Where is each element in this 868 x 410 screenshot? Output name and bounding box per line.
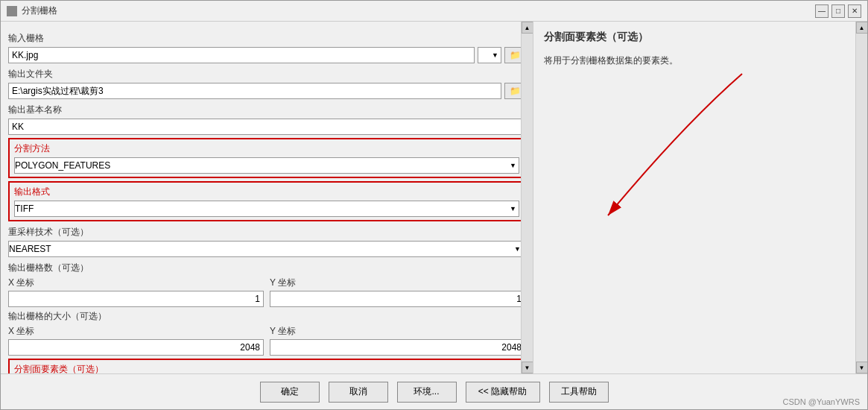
- tile-size-y-label: Y 坐标: [270, 325, 525, 338]
- folder-icon-2: 📁: [510, 86, 521, 96]
- resample-select[interactable]: NEAREST BILINEAR CUBIC: [8, 241, 522, 257]
- right-panel-inner: 分割面要素类（可选） 将用于分割栅格数据集的要素类。: [533, 22, 855, 373]
- output-folder-field[interactable]: [8, 83, 501, 99]
- split-method-select[interactable]: POLYGON_FEATURES NUMBER_OF_TILES SIZE_OF…: [14, 157, 519, 174]
- right-panel: 分割面要素类（可选） 将用于分割栅格数据集的要素类。 ▲ ▼: [533, 22, 867, 373]
- tile-count-row: X 坐标 Y 坐标: [8, 277, 525, 307]
- tile-size-x-col: X 坐标: [8, 325, 264, 356]
- tile-count-y-field[interactable]: [270, 291, 525, 307]
- title-controls: — □ ✕: [815, 4, 861, 18]
- confirm-button[interactable]: 确定: [260, 382, 320, 403]
- output-folder-row: 📁: [8, 83, 525, 99]
- minimize-button[interactable]: —: [815, 4, 829, 18]
- tool-help-button[interactable]: 工具帮助: [549, 382, 609, 403]
- close-button[interactable]: ✕: [848, 4, 861, 18]
- tile-size-y-field[interactable]: [270, 339, 525, 356]
- output-format-label: 输出格式: [14, 186, 519, 198]
- split-features-section: 分割面要素类（可选） 裁剪面 📁: [8, 359, 525, 373]
- tile-size-x-field[interactable]: [8, 339, 264, 356]
- tile-count-y-label: Y 坐标: [270, 277, 525, 289]
- right-panel-title: 分割面要素类（可选）: [544, 31, 845, 44]
- folder-icon: 📁: [510, 50, 521, 60]
- title-bar: 分割栅格 — □ ✕: [1, 1, 867, 22]
- tile-count-y-col: Y 坐标: [270, 277, 525, 307]
- output-base-row: [8, 119, 525, 135]
- input-raster-label: 输入栅格: [8, 32, 525, 45]
- tile-count-x-label: X 坐标: [8, 277, 264, 289]
- cancel-button[interactable]: 取消: [329, 382, 388, 403]
- right-scroll-up[interactable]: ▲: [856, 22, 868, 34]
- resample-wrapper: NEAREST BILINEAR CUBIC: [8, 241, 524, 257]
- output-format-select[interactable]: TIFF GRID BMP: [14, 201, 519, 217]
- scroll-up-arrow[interactable]: ▲: [522, 22, 533, 34]
- right-panel-scrollbar[interactable]: ▲ ▼: [855, 22, 867, 373]
- output-format-section: 输出格式 TIFF GRID BMP: [8, 181, 525, 221]
- input-raster-dropdown-wrapper: [478, 47, 501, 63]
- watermark-text: CSDN @YuanYWRS: [783, 397, 860, 406]
- tile-size-label: 输出栅格的大小（可选）: [8, 310, 525, 323]
- hide-help-button[interactable]: << 隐藏帮助: [466, 382, 540, 403]
- left-panel: 输入栅格 📁 输出文件夹 📁: [1, 22, 533, 373]
- split-method-wrapper: POLYGON_FEATURES NUMBER_OF_TILES SIZE_OF…: [14, 157, 519, 174]
- environment-button[interactable]: 环境...: [397, 382, 457, 403]
- resample-label: 重采样技术（可选）: [8, 226, 525, 239]
- title-bar-left: 分割栅格: [7, 4, 57, 17]
- scroll-down-arrow[interactable]: ▼: [522, 362, 533, 373]
- tile-count-label: 输出栅格数（可选）: [8, 262, 525, 274]
- split-method-label: 分割方法: [14, 142, 519, 155]
- tile-size-x-label: X 坐标: [8, 325, 264, 338]
- output-format-wrapper: TIFF GRID BMP: [14, 201, 519, 217]
- right-scroll-down[interactable]: ▼: [856, 362, 868, 373]
- main-window: 分割栅格 — □ ✕ 输入栅格 📁: [0, 0, 868, 410]
- app-icon: [7, 6, 17, 16]
- output-folder-label: 输出文件夹: [8, 68, 525, 81]
- tile-count-x-col: X 坐标: [8, 277, 264, 307]
- tile-size-row: X 坐标 Y 坐标: [8, 325, 525, 356]
- main-content: 输入栅格 📁 输出文件夹 📁: [1, 22, 867, 373]
- output-base-field[interactable]: [8, 119, 522, 135]
- input-raster-field[interactable]: [8, 47, 475, 63]
- bottom-bar: 确定 取消 环境... << 隐藏帮助 工具帮助 CSDN @YuanYWRS: [1, 373, 867, 409]
- input-raster-dropdown[interactable]: [478, 47, 501, 63]
- maximize-button[interactable]: □: [831, 4, 845, 18]
- left-panel-scrollbar[interactable]: ▲ ▼: [521, 22, 533, 373]
- split-method-section: 分割方法 POLYGON_FEATURES NUMBER_OF_TILES SI…: [8, 138, 525, 178]
- input-raster-row: 📁: [8, 47, 525, 63]
- tile-count-x-field[interactable]: [8, 291, 264, 307]
- window-title: 分割栅格: [22, 4, 57, 17]
- tile-size-y-col: Y 坐标: [270, 325, 525, 356]
- split-features-label: 分割面要素类（可选）: [14, 363, 519, 373]
- output-base-label: 输出基本名称: [8, 104, 525, 116]
- right-panel-description: 将用于分割栅格数据集的要素类。: [544, 53, 845, 69]
